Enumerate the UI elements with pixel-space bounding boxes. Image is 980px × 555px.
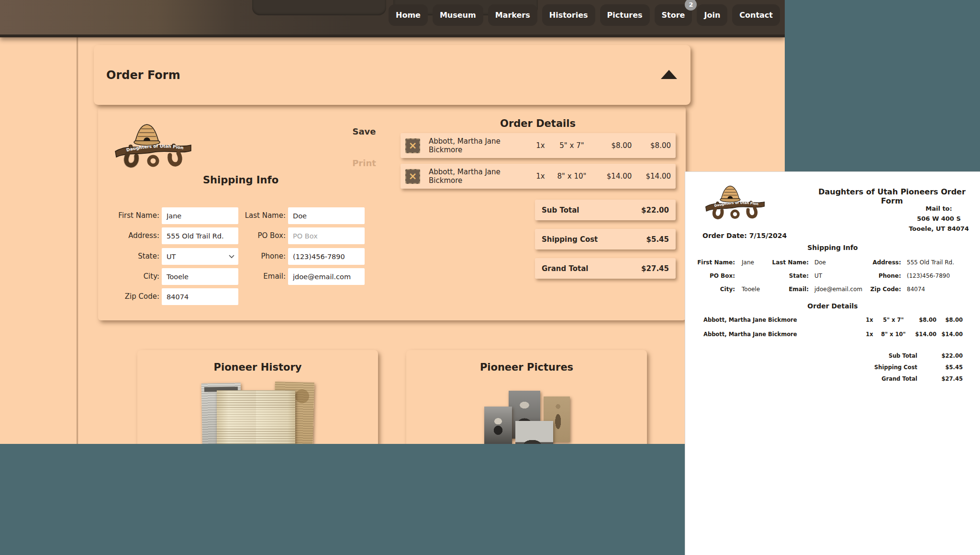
pictures-man-portrait-image — [484, 407, 512, 444]
print-button[interactable]: Print — [331, 158, 398, 168]
preview-grand-total-value: $27.45 — [924, 375, 963, 382]
item-name: Abbott, Martha Jane Bickmore — [429, 168, 531, 185]
grand-total-label: Grand Total — [542, 264, 588, 273]
item-size: 8" x 10" — [550, 172, 593, 181]
item-name: Abbott, Martha Jane Bickmore — [429, 137, 531, 154]
last-name-label: Last Name: — [225, 211, 286, 220]
x-icon: × — [409, 170, 417, 182]
print-preview-panel: Daughters of Utah Pioneers Daughters of … — [685, 171, 980, 555]
subtotal-row: Sub Total $22.00 — [535, 200, 676, 220]
history-journal-image — [217, 390, 295, 444]
pioneer-history-title: Pioneer History — [137, 362, 378, 373]
preview-grand-total-label: Grand Total — [860, 375, 917, 382]
nav-item-histories[interactable]: Histories — [542, 4, 595, 26]
subtotal-value: $22.00 — [641, 206, 669, 215]
preview-subtotal-value: $22.00 — [924, 352, 963, 359]
item-qty: 1x — [531, 141, 550, 150]
shipping-info-heading: Shipping Info — [169, 174, 312, 186]
first-name-label: First Name: — [99, 211, 159, 220]
zip-code-field[interactable] — [162, 288, 238, 305]
po-box-label: PO Box: — [225, 231, 286, 240]
dup-logo-preview: Daughters of Utah Pioneers — [703, 184, 767, 222]
nav-item-contact[interactable]: Contact — [732, 4, 780, 26]
preview-shipping-label: Shipping Cost — [860, 364, 917, 371]
dup-logo: Daughters of Utah Pioneers — [112, 123, 194, 170]
nav-item-museum[interactable]: Museum — [433, 4, 483, 26]
item-total: $14.00 — [632, 172, 671, 181]
x-icon: × — [409, 140, 417, 151]
shipping-cost-row: Shipping Cost $5.45 — [535, 229, 676, 249]
pioneer-history-card[interactable]: Pioneer History — [137, 350, 378, 444]
phone-label: Phone: — [225, 252, 286, 261]
preview-details-heading: Order Details — [685, 302, 980, 310]
order-form-header[interactable]: Order Form — [94, 45, 690, 105]
phone-field[interactable] — [288, 248, 365, 265]
order-form-title: Order Form — [106, 68, 180, 82]
nav-item-join[interactable]: Join — [697, 4, 727, 26]
email-label: Email: — [225, 272, 286, 281]
state-label: State: — [99, 252, 159, 261]
po-box-field[interactable] — [288, 227, 365, 244]
nav-item-pictures[interactable]: Pictures — [600, 4, 650, 26]
item-price: $8.00 — [594, 141, 632, 150]
preview-shipping-heading: Shipping Info — [685, 244, 980, 251]
nav-items: Home Museum Markers Histories Pictures S… — [389, 4, 780, 26]
delete-item-button[interactable]: × — [405, 169, 420, 184]
item-size: 5" x 7" — [550, 141, 593, 150]
grand-total-row: Grand Total $27.45 — [535, 258, 676, 279]
preview-title: Daughters of Utah Pioneers Order Form — [811, 187, 973, 205]
subtotal-label: Sub Total — [542, 206, 579, 215]
item-total: $8.00 — [632, 141, 671, 150]
order-item-row: × Abbott, Martha Jane Bickmore 1x 5" x 7… — [401, 133, 676, 158]
order-item-row: × Abbott, Martha Jane Bickmore 1x 8" x 1… — [401, 164, 676, 189]
truncated-button-1[interactable] — [252, 0, 386, 15]
shipping-cost-label: Shipping Cost — [542, 235, 598, 244]
delete-item-button[interactable]: × — [405, 138, 420, 153]
preview-mail-to: Mail to: 506 W 400 S Tooele, UT 84074 — [891, 204, 980, 234]
pioneer-pictures-card[interactable]: Pioneer Pictures — [406, 350, 647, 444]
content-left-divider — [76, 36, 78, 444]
order-form-panel: Daughters of Utah Pioneers Save Print Sh… — [98, 106, 686, 320]
last-name-field[interactable] — [288, 207, 365, 224]
collapse-up-icon[interactable] — [661, 70, 677, 79]
address-label: Address: — [99, 231, 159, 240]
city-label: City: — [99, 272, 159, 281]
item-price: $14.00 — [594, 172, 632, 181]
page-content: Home Museum Markers Histories Pictures S… — [0, 0, 785, 444]
pioneer-pictures-title: Pioneer Pictures — [406, 362, 647, 373]
zip-code-label: Zip Code: — [99, 292, 159, 301]
preview-shipping-value: $5.45 — [924, 364, 963, 371]
email-field[interactable] — [288, 268, 365, 285]
preview-subtotal-label: Sub Total — [860, 352, 917, 359]
grand-total-value: $27.45 — [641, 264, 669, 273]
nav-item-markers[interactable]: Markers — [488, 4, 537, 26]
save-button[interactable]: Save — [331, 126, 398, 136]
top-navbar: Home Museum Markers Histories Pictures S… — [0, 0, 785, 37]
cart-count-badge: 2 — [685, 0, 697, 11]
shipping-cost-value: $5.45 — [646, 235, 669, 244]
item-qty: 1x — [531, 172, 550, 181]
pictures-train-image — [515, 421, 553, 444]
order-details-heading: Order Details — [466, 118, 610, 129]
nav-item-home[interactable]: Home — [389, 4, 428, 26]
nav-item-store[interactable]: Store 2 — [655, 4, 692, 26]
preview-order-date: Order Date: 7/15/2024 — [702, 232, 787, 239]
